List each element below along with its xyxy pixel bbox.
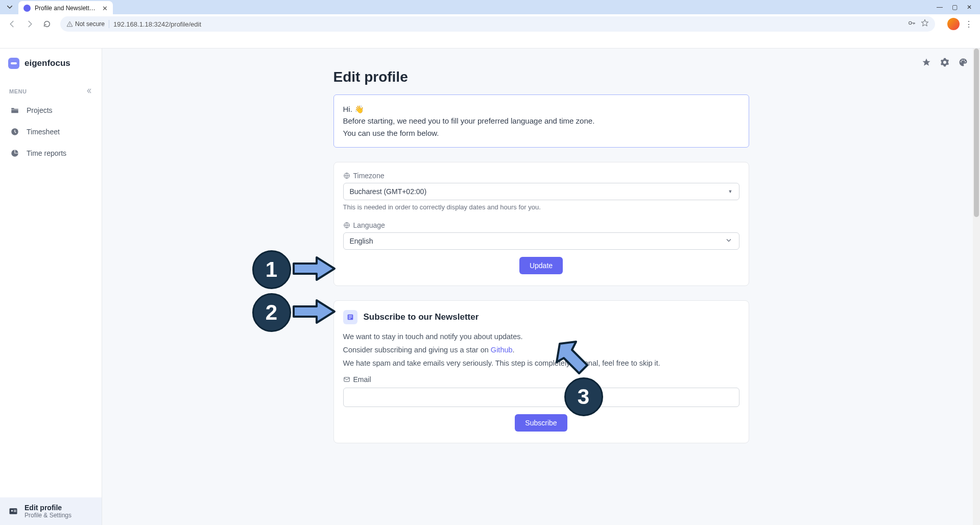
- chevron-down-icon: [725, 236, 733, 246]
- chart-icon: [10, 149, 19, 158]
- annotation-number: 1: [252, 250, 291, 289]
- profile-form-card: 1 2 3: [333, 162, 749, 286]
- sidebar-item-label: Timesheet: [27, 128, 60, 136]
- not-secure-chip[interactable]: Not secure: [66, 20, 105, 28]
- email-label: Email: [343, 375, 739, 384]
- sidebar-collapse-icon[interactable]: [85, 87, 92, 96]
- svg-point-2: [909, 21, 912, 24]
- scrollbar-thumb[interactable]: [974, 49, 979, 217]
- svg-rect-14: [348, 318, 350, 319]
- address-bar[interactable]: Not secure 192.168.1.18:3242/profile/edi…: [60, 16, 935, 32]
- folder-icon: [10, 106, 19, 115]
- newsletter-p1: We want to stay in touch and notify you …: [343, 332, 739, 341]
- svg-rect-12: [348, 315, 352, 316]
- star-icon[interactable]: [922, 58, 931, 69]
- app-root: eigenfocus MENU Projects Timesheet Time …: [0, 48, 980, 525]
- menu-header: MENU: [0, 73, 102, 100]
- caret-down-icon: ▼: [728, 189, 733, 194]
- sidebar-item-timesheet[interactable]: Timesheet: [0, 121, 102, 142]
- subscribe-button[interactable]: Subscribe: [515, 414, 567, 432]
- favicon-icon: [23, 5, 31, 12]
- email-input[interactable]: [343, 388, 739, 407]
- svg-rect-1: [69, 23, 70, 25]
- brand-logo-icon: [8, 58, 19, 69]
- id-card-icon: [8, 506, 18, 516]
- gear-icon[interactable]: [940, 58, 949, 69]
- newsletter-title: Subscribe to our Newsletter: [364, 312, 479, 322]
- chrome-profile-avatar[interactable]: [947, 18, 960, 30]
- tab-close-icon[interactable]: ✕: [102, 5, 108, 12]
- update-button[interactable]: Update: [519, 257, 563, 274]
- newsletter-card: Subscribe to our Newsletter We want to s…: [333, 300, 749, 443]
- svg-rect-7: [14, 510, 16, 511]
- tab-search-dropdown[interactable]: [4, 2, 15, 13]
- brand[interactable]: eigenfocus: [0, 49, 102, 73]
- timezone-label: Timezone: [343, 172, 739, 180]
- sidebar-item-edit-profile[interactable]: Edit profile Profile & Settings: [0, 497, 102, 525]
- arrow-right-icon: [291, 255, 337, 284]
- notice-line2: You can use the form below.: [343, 129, 439, 137]
- main-content: Edit profile Hi. 👋 Before starting, we n…: [102, 49, 980, 525]
- palette-icon[interactable]: [959, 58, 968, 69]
- sidebar-bottom-title: Edit profile: [25, 504, 71, 512]
- timezone-select[interactable]: Bucharest (GMT+02:00) ▼: [343, 183, 739, 200]
- divider: [0, 34, 980, 48]
- annotation-2: 2: [252, 293, 337, 332]
- newsletter-p3: We hate spam and take emails very seriou…: [343, 359, 739, 367]
- newsletter-p2: Consider subscribing and giving us a sta…: [343, 346, 739, 354]
- browser-tabstrip: Profile and Newsletter | Eigenfo ✕ — ▢ ✕: [0, 0, 980, 14]
- newsletter-icon: [343, 310, 357, 324]
- content-column: Edit profile Hi. 👋 Before starting, we n…: [333, 49, 749, 443]
- nav-forward-button[interactable]: [22, 17, 37, 31]
- annotation-1: 1: [252, 250, 337, 289]
- menu-label: MENU: [9, 88, 27, 94]
- browser-tab-active[interactable]: Profile and Newsletter | Eigenfo ✕: [18, 1, 113, 15]
- sidebar-item-time-reports[interactable]: Time reports: [0, 142, 102, 164]
- address-separator: [109, 20, 109, 28]
- not-secure-text: Not secure: [75, 20, 105, 28]
- sidebar-bottom-subtitle: Profile & Settings: [25, 512, 71, 519]
- svg-rect-8: [14, 511, 16, 512]
- sidebar-item-projects[interactable]: Projects: [0, 100, 102, 121]
- nav-back-button[interactable]: [5, 17, 19, 31]
- window-controls: — ▢ ✕: [937, 4, 976, 11]
- annotation-number: 2: [252, 293, 291, 332]
- language-select[interactable]: English: [343, 232, 739, 250]
- url-text: 192.168.1.18:3242/profile/edit: [113, 20, 201, 28]
- svg-point-0: [69, 25, 70, 26]
- window-maximize-icon[interactable]: ▢: [952, 4, 958, 11]
- svg-point-6: [11, 510, 13, 512]
- sidebar: eigenfocus MENU Projects Timesheet Time …: [0, 49, 102, 525]
- svg-rect-13: [348, 317, 352, 317]
- window-minimize-icon[interactable]: —: [937, 4, 943, 11]
- page-title: Edit profile: [333, 69, 749, 85]
- timezone-help: This is needed in order to correctly dis…: [343, 203, 739, 211]
- window-close-icon[interactable]: ✕: [967, 4, 972, 11]
- notice-banner: Hi. 👋 Before starting, we need you to fi…: [333, 94, 749, 148]
- chrome-menu-icon[interactable]: ⋮: [963, 19, 975, 29]
- timezone-value: Bucharest (GMT+02:00): [350, 187, 427, 196]
- github-link[interactable]: Github: [491, 346, 513, 354]
- clock-icon: [10, 127, 19, 136]
- password-key-icon[interactable]: [907, 19, 916, 29]
- globe-icon: [343, 172, 350, 179]
- globe-icon: [343, 222, 350, 229]
- brand-name: eigenfocus: [25, 58, 70, 68]
- notice-line1: Before starting, we need you to fill you…: [343, 116, 595, 125]
- topbar-icons: [922, 58, 968, 69]
- arrow-right-icon: [291, 298, 337, 327]
- nav-reload-button[interactable]: [40, 17, 54, 31]
- svg-rect-15: [344, 377, 349, 381]
- tab-title: Profile and Newsletter | Eigenfo: [35, 5, 96, 12]
- scrollbar-track[interactable]: [973, 49, 980, 525]
- sidebar-item-label: Projects: [27, 106, 53, 114]
- bookmark-star-icon[interactable]: [921, 19, 929, 29]
- browser-toolbar: Not secure 192.168.1.18:3242/profile/edi…: [0, 14, 980, 34]
- wave-emoji-icon: 👋: [354, 103, 364, 115]
- notice-hi: Hi.: [343, 105, 352, 113]
- language-value: English: [350, 237, 373, 245]
- language-label: Language: [343, 221, 739, 229]
- sidebar-item-label: Time reports: [27, 149, 66, 157]
- envelope-icon: [343, 376, 350, 383]
